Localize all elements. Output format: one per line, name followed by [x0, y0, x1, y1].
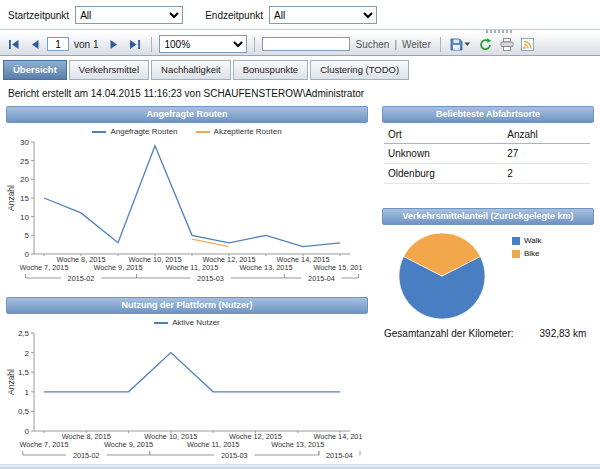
svg-text:1: 1 — [25, 388, 30, 397]
next-page-icon — [110, 40, 118, 49]
legend-item: Angefragte Routen — [92, 127, 177, 136]
svg-text:5: 5 — [25, 231, 30, 240]
tab-clustering[interactable]: Clustering (TODO) — [310, 60, 409, 80]
parameter-divider — [0, 29, 600, 33]
total-km-label: Gesamtanzahl der Kilometer: — [384, 328, 514, 339]
series-swatch — [512, 250, 520, 258]
refresh-icon — [479, 38, 492, 51]
refresh-button[interactable] — [477, 36, 495, 53]
report-created-line: Bericht erstellt am 14.04.2015 11:16:23 … — [8, 88, 594, 99]
total-km-line: Gesamtanzahl der Kilometer: 392,83 km — [384, 328, 594, 339]
tab-bar: Übersicht Verkehrsmittel Nachhaltigkeit … — [0, 56, 600, 80]
left-column: Angefragte Routen Angefragte Routen Akze… — [6, 106, 368, 469]
svg-text:30: 30 — [20, 138, 29, 147]
print-button[interactable] — [498, 36, 516, 53]
requested-routes-legend: Angefragte Routen Akzeptierte Routen — [6, 123, 368, 136]
svg-text:Woche 9, 2015: Woche 9, 2015 — [104, 440, 153, 449]
find-button[interactable]: Suchen — [355, 39, 389, 50]
tab-bonuspunkte[interactable]: Bonuspunkte — [233, 60, 308, 80]
platform-usage-title: Nutzung der Plattform (Nutzer) — [6, 297, 368, 314]
toolbar: von 1 100% Suchen | Weiter — [0, 33, 600, 56]
next-page-button[interactable] — [105, 36, 123, 53]
svg-text:2015-03: 2015-03 — [221, 451, 248, 460]
svg-text:Woche 13, 2015: Woche 13, 2015 — [239, 263, 292, 272]
bottom-strip — [0, 464, 600, 469]
tab-verkehrsmittel[interactable]: Verkehrsmittel — [69, 60, 149, 80]
legend-item: Akzeptierte Routen — [196, 127, 282, 136]
zoom-select[interactable]: 100% — [159, 35, 247, 53]
svg-text:Woche 11, 2015: Woche 11, 2015 — [187, 440, 239, 449]
svg-text:2015-04: 2015-04 — [326, 451, 353, 460]
end-time-param: Endzeitpunkt All — [205, 6, 377, 24]
find-separator: | — [394, 39, 397, 50]
series-label: Akzeptierte Routen — [214, 127, 282, 136]
right-column: Beliebteste Abfahrtsorte Ort Anzahl Unkn… — [382, 106, 594, 348]
svg-text:0: 0 — [25, 427, 30, 436]
parameter-bar: Startzeitpunkt All Endzeitpunkt All — [0, 0, 600, 29]
svg-text:0,5: 0,5 — [18, 407, 30, 416]
departure-places-panel: Beliebteste Abfahrtsorte Ort Anzahl Unkn… — [382, 106, 594, 184]
legend-item: Aktive Nutzer — [154, 318, 220, 327]
tab-uebersicht[interactable]: Übersicht — [3, 60, 67, 80]
export-button[interactable] — [448, 36, 474, 53]
requested-routes-title: Angefragte Routen — [6, 106, 368, 123]
cell-anzahl: 2 — [503, 164, 589, 184]
svg-text:Woche 13, 2015: Woche 13, 2015 — [271, 440, 324, 449]
transport-share-pie — [382, 228, 512, 324]
prev-page-button[interactable] — [26, 36, 44, 53]
series-swatch — [512, 237, 520, 245]
series-label: Aktive Nutzer — [172, 318, 220, 327]
col-anzahl: Anzahl — [503, 126, 589, 144]
series-swatch — [154, 322, 168, 324]
svg-text:Woche 7, 2015: Woche 7, 2015 — [20, 440, 69, 449]
svg-text:1,5: 1,5 — [18, 368, 30, 377]
save-disk-icon — [450, 38, 463, 51]
svg-text:Woche 7, 2015: Woche 7, 2015 — [20, 263, 69, 272]
data-feed-button[interactable] — [519, 36, 537, 53]
search-input[interactable] — [262, 37, 350, 51]
transport-share-title: Verkehrsmittelanteil (Zurückgelegte km) — [382, 208, 594, 225]
printer-icon — [500, 38, 514, 51]
legend-item: Walk — [512, 236, 541, 245]
platform-usage-chart: 00,511,522,5AnzahlWoche 7, 2015Woche 8, … — [6, 327, 368, 465]
cell-anzahl: 27 — [503, 144, 589, 164]
end-time-select[interactable]: All — [269, 6, 377, 24]
svg-text:2015-02: 2015-02 — [68, 274, 95, 283]
last-page-button[interactable] — [126, 36, 144, 53]
page-number-input[interactable] — [47, 37, 69, 51]
series-label: Angefragte Routen — [110, 127, 177, 136]
platform-usage-panel: Nutzung der Plattform (Nutzer) Aktive Nu… — [6, 297, 368, 465]
svg-text:2: 2 — [25, 349, 30, 358]
transport-share-panel: Verkehrsmittelanteil (Zurückgelegte km) … — [382, 208, 594, 339]
toolbar-separator — [254, 37, 255, 52]
toolbar-separator — [440, 37, 441, 52]
cell-ort: Unknown — [384, 144, 503, 164]
series-swatch — [196, 131, 210, 133]
end-time-label: Endzeitpunkt — [205, 10, 263, 21]
total-km-value: 392,83 km — [540, 328, 587, 339]
cell-ort: Oldenburg — [384, 164, 503, 184]
last-page-icon — [130, 40, 140, 49]
svg-text:2015-03: 2015-03 — [197, 274, 224, 283]
table-row: Oldenburg 2 — [384, 164, 590, 184]
svg-text:2,5: 2,5 — [18, 329, 30, 338]
toolbar-separator — [151, 37, 152, 52]
svg-text:2015-02: 2015-02 — [73, 451, 100, 460]
first-page-button[interactable] — [5, 36, 23, 53]
svg-text:10: 10 — [20, 213, 29, 222]
col-ort: Ort — [384, 126, 503, 144]
legend-item: Bike — [512, 249, 541, 258]
find-next-button[interactable]: Weiter — [402, 39, 431, 50]
tab-nachhaltigkeit[interactable]: Nachhaltigkeit — [151, 60, 231, 80]
series-label: Bike — [524, 249, 540, 258]
svg-text:Anzahl: Anzahl — [6, 185, 16, 211]
table-header-row: Ort Anzahl — [384, 126, 590, 144]
svg-text:25: 25 — [20, 157, 29, 166]
start-time-param: Startzeitpunkt All — [8, 6, 183, 24]
pie-legend: Walk Bike — [512, 236, 541, 324]
parameter-collapse-handle[interactable] — [486, 30, 514, 33]
start-time-label: Startzeitpunkt — [8, 10, 69, 21]
start-time-select[interactable]: All — [75, 6, 183, 24]
requested-routes-chart: 051015202530AnzahlWoche 7, 2015Woche 8, … — [6, 136, 368, 288]
report-viewer: Startzeitpunkt All Endzeitpunkt All von … — [0, 0, 600, 469]
